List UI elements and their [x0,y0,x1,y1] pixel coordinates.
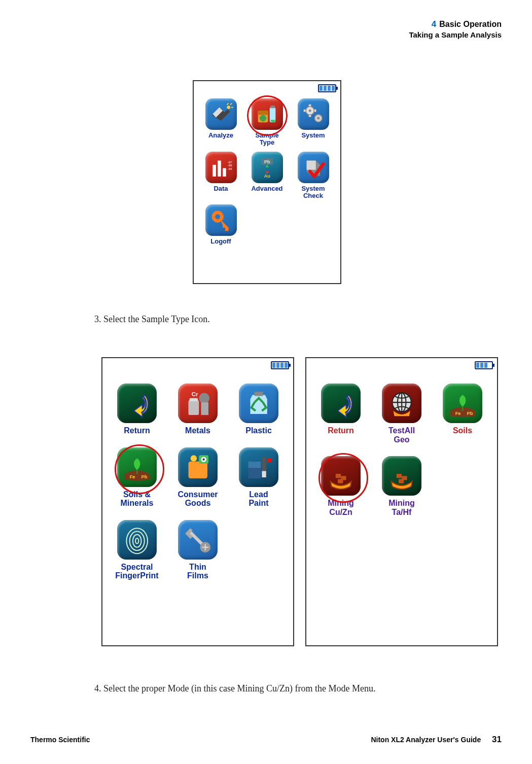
page-footer: Thermo Scientific Niton XL2 Analyzer Use… [30,735,502,745]
sample-icon [252,98,283,130]
page-header: 4Basic Operation Taking a Sample Analysi… [409,19,502,39]
device-screen-main-menu: AnalyzeSample TypeSystemDataAdvancedSyst… [193,80,341,284]
chapter-number: 4 [432,19,436,29]
menu-item-sample-type[interactable]: Sample Type [246,98,288,147]
battery-icon [475,361,493,369]
soils-icon [443,384,482,423]
metals-icon [178,384,218,423]
menu-item-mining-cu-zn[interactable]: Mining Cu/Zn [312,456,369,516]
menu-item-system-check[interactable]: System Check [292,152,334,200]
menu-item-label: Advanced [251,185,282,192]
menu-item-label: Data [214,185,228,192]
menu-item-label: TestAll Geo [388,426,415,444]
menu-item-soils[interactable]: Soils [434,384,491,444]
menu-item-label: Return [328,426,354,435]
paint-icon [239,447,278,487]
menu-item-label: Lead Paint [249,490,268,508]
mode-menu-grid: ReturnTestAll GeoSoilsMining Cu/ZnMining… [306,358,497,520]
menu-item-consumer-goods[interactable]: Consumer Goods [169,447,226,508]
menu-item-plastic[interactable]: Plastic [230,384,287,435]
main-menu-grid: AnalyzeSample TypeSystemDataAdvancedSyst… [194,81,340,249]
plastic-icon [239,384,278,423]
pbau-icon [252,152,283,183]
finger-icon [117,520,157,560]
consumer-icon [178,447,218,487]
menu-item-data[interactable]: Data [200,152,242,200]
menu-item-analyze[interactable]: Analyze [200,98,242,147]
menu-item-label: System Check [301,185,325,200]
menu-item-system[interactable]: System [292,98,334,147]
menu-item-thin-films[interactable]: Thin Films [169,520,226,580]
menu-item-label: Soils & Minerals [121,490,154,508]
menu-item-mining-ta-hf[interactable]: Mining Ta/Hf [373,456,430,516]
menu-item-label: Consumer Goods [178,490,218,508]
menu-item-logoff[interactable]: Logoff [200,204,242,245]
menu-item-label: Thin Films [187,563,208,580]
menu-item-label: Plastic [245,426,272,435]
menu-item-soils-minerals[interactable]: Soils & Minerals [109,447,165,508]
device-screen-mode-menu: ReturnTestAll GeoSoilsMining Cu/ZnMining… [305,357,498,646]
analyzer-icon [205,98,237,130]
menu-item-label: Metals [185,426,210,435]
battery-icon [271,361,289,369]
menu-item-label: Soils [453,426,472,435]
return-icon [321,384,361,423]
menu-item-label: System [301,132,325,139]
menu-item-label: Mining Cu/Zn [328,499,354,516]
check-icon [298,152,329,183]
menu-item-advanced[interactable]: Advanced [246,152,288,200]
page-number: 31 [492,735,502,744]
sample-type-grid: ReturnMetalsPlasticSoils & MineralsConsu… [102,358,293,584]
device-screen-sample-type: ReturnMetalsPlasticSoils & MineralsConsu… [101,357,294,646]
minecu-icon [321,456,361,496]
gears-icon [298,98,329,130]
key-icon [205,204,237,236]
menu-item-spectral-fingerprint[interactable]: Spectral FingerPrint [109,520,165,580]
return-icon [117,384,157,423]
menu-item-lead-paint[interactable]: Lead Paint [230,447,287,508]
step-4-text: 4. Select the proper Mode (in this case … [94,683,375,694]
soils-icon [117,447,157,487]
menu-item-testall-geo[interactable]: TestAll Geo [373,384,430,444]
menu-item-label: Mining Ta/Hf [388,499,415,516]
data-icon [205,152,237,183]
battery-icon [318,84,336,92]
menu-item-return[interactable]: Return [109,384,165,435]
footer-guide-title: Niton XL2 Analyzer User's Guide [371,736,481,744]
menu-item-label: Analyze [208,132,233,139]
menu-item-label: Spectral FingerPrint [115,563,158,580]
chapter-title: Basic Operation [439,20,502,28]
caliper-icon [178,520,218,560]
menu-item-return[interactable]: Return [312,384,369,444]
menu-item-label: Logoff [210,238,231,245]
section-title: Taking a Sample Analysis [409,30,502,39]
menu-item-label: Sample Type [255,132,278,147]
step-3-text: 3. Select the Sample Type Icon. [94,314,210,325]
menu-item-label: Return [124,426,150,435]
footer-left: Thermo Scientific [30,736,90,744]
menu-item-metals[interactable]: Metals [169,384,226,435]
mineta-icon [382,456,421,496]
globe-icon [382,384,421,423]
